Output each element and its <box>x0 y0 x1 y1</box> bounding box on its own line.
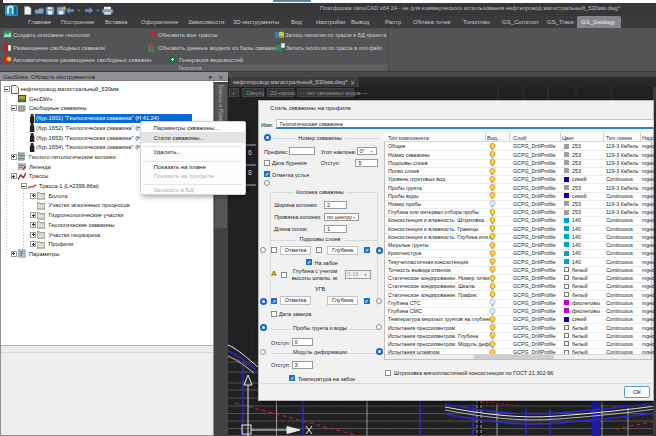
svg-text:6: 6 <box>248 149 252 156</box>
svg-text:8: 8 <box>248 169 252 176</box>
